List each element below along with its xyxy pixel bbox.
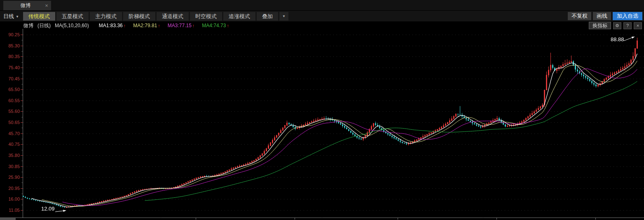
no-adjust-button[interactable]: 不复权	[568, 12, 591, 20]
y-axis-label: 60.55	[2, 98, 20, 103]
mode-button-4[interactable]: 通道模式	[157, 12, 189, 21]
mode-button-3[interactable]: 阶梯模式	[123, 12, 155, 21]
chart-area: 微博 (日线) MA(5,10,20,60) MA1:83.36↑MA2:79.…	[0, 21, 644, 220]
y-axis-label: 30.85	[2, 164, 20, 169]
change-indicator-button[interactable]: 换指标	[589, 22, 611, 29]
tab-close-icon[interactable]: ×	[42, 2, 51, 9]
y-axis-label: 50.65	[2, 120, 20, 125]
toolbar-right-group: 不复权 画线 加入自选	[566, 12, 644, 20]
chart-title: 微博	[23, 22, 33, 29]
overlay-dropdown-button[interactable]: ▼	[279, 12, 288, 21]
y-axis-label: 45.70	[2, 131, 20, 136]
add-watchlist-button[interactable]: 加入自选	[613, 12, 642, 20]
mode-button-2[interactable]: 主力模式	[90, 12, 122, 21]
ma-legend: MA1:83.36↑MA2:79.81↑MA3:77.15↑MA4:74.73↑	[99, 23, 237, 28]
y-axis-label: 75.40	[2, 65, 20, 70]
chart-period: (日线)	[37, 22, 51, 29]
mode-button-6[interactable]: 追涨模式	[223, 12, 255, 21]
ma-legend-item-2: MA2:79.81↑	[133, 23, 160, 28]
gear-icon[interactable]: ⚙	[613, 22, 621, 29]
y-axis-label: 20.95	[2, 186, 20, 191]
ma-legend-item-1: MA1:83.36↑	[99, 23, 126, 28]
mode-button-5[interactable]: 时空模式	[190, 12, 222, 21]
y-axis-label: 55.60	[2, 109, 20, 114]
trading-app: 微博 × 日线▼ 传统模式五星模式主力模式阶梯模式通道模式时空模式追涨模式 叠加…	[0, 0, 644, 220]
ma-legend-item-4: MA4:74.73↑	[202, 23, 229, 28]
tab-bar: 微博 ×	[0, 0, 644, 11]
y-axis-label: 35.80	[2, 153, 20, 158]
candlestick-chart[interactable]	[0, 21, 644, 220]
y-axis-label: 40.75	[2, 142, 20, 147]
arrow-up-icon: ↑	[158, 23, 160, 28]
y-axis-label: 25.90	[2, 175, 20, 180]
overlay-button[interactable]: 叠加	[257, 12, 278, 21]
chevron-down-icon: ▼	[16, 15, 19, 19]
low-annotation: 12.09	[41, 206, 55, 212]
mode-button-1[interactable]: 五星模式	[56, 12, 89, 21]
ma-param-label: MA(5,10,20,60)	[55, 23, 89, 28]
stock-tab-label: 微博	[3, 2, 42, 9]
chart-header-right: 换指标 ⚙ ? ×	[587, 22, 642, 29]
arrow-up-icon: ↑	[192, 23, 195, 28]
y-axis-label: 11.05	[2, 208, 20, 213]
help-icon[interactable]: ?	[623, 22, 632, 29]
period-label: 日线	[3, 13, 14, 19]
ma-legend-item-3: MA3:77.15↑	[168, 23, 195, 28]
main-toolbar: 日线▼ 传统模式五星模式主力模式阶梯模式通道模式时空模式追涨模式 叠加 ▼ 不复…	[0, 11, 644, 21]
high-annotation: 88.88	[611, 36, 624, 42]
mode-button-group: 传统模式五星模式主力模式阶梯模式通道模式时空模式追涨模式	[23, 12, 257, 21]
y-axis-label: 85.30	[2, 43, 20, 48]
arrow-up-icon: ↑	[124, 23, 126, 28]
y-axis-label: 80.35	[2, 54, 20, 59]
y-axis-label: 16.00	[2, 197, 20, 201]
chart-close-icon[interactable]: ×	[634, 22, 642, 29]
arrow-up-icon: ↑	[227, 23, 229, 28]
stock-tab[interactable]: 微博 ×	[3, 1, 51, 10]
draw-line-button[interactable]: 画线	[593, 12, 611, 20]
period-dropdown[interactable]: 日线▼	[0, 12, 23, 21]
scrollbar-corner	[0, 218, 16, 220]
chart-header: 微博 (日线) MA(5,10,20,60) MA1:83.36↑MA2:79.…	[23, 22, 237, 29]
mode-button-0[interactable]: 传统模式	[23, 12, 55, 21]
y-axis-label: 65.50	[2, 87, 20, 92]
y-axis-label: 90.25	[2, 32, 20, 37]
y-axis-label: 70.45	[2, 76, 20, 81]
chevron-down-icon: ▼	[282, 14, 286, 18]
